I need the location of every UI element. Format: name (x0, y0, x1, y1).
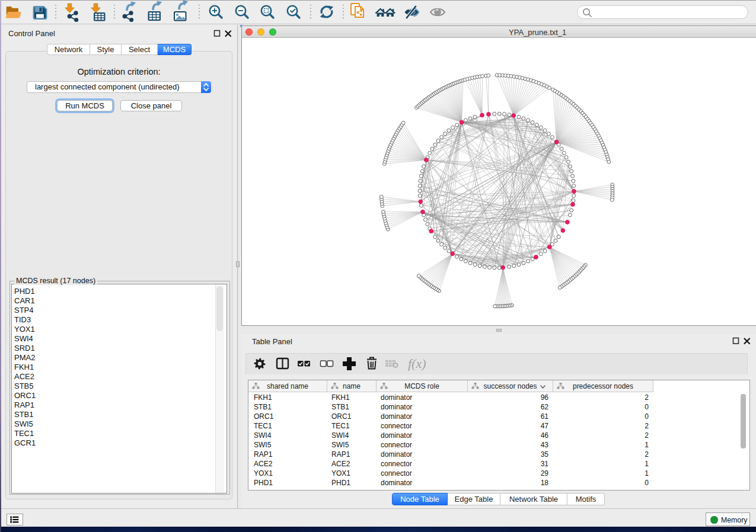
svg-text:f(x): f(x) (408, 356, 426, 371)
